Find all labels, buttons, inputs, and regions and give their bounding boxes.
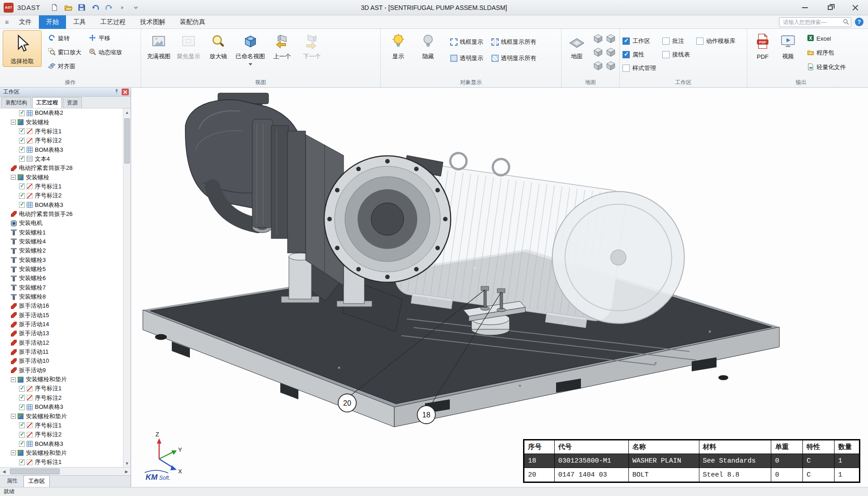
- tree-item[interactable]: 扳手活动16: [0, 301, 123, 310]
- help-button[interactable]: ?: [855, 18, 863, 26]
- properties-checkbox-item[interactable]: 属性: [623, 48, 656, 61]
- view-cube-icon[interactable]: [592, 46, 604, 58]
- tree-expander-icon[interactable]: [11, 120, 16, 125]
- qat-dropdown-icon[interactable]: [132, 3, 141, 12]
- view-cube-icon[interactable]: [592, 32, 604, 45]
- tree-vertical-scrollbar[interactable]: ▲ ▼: [123, 108, 131, 467]
- tree-item[interactable]: 安装电机: [0, 219, 123, 228]
- tree-checkbox[interactable]: [19, 147, 25, 153]
- tree-item[interactable]: 序号标注2: [0, 191, 123, 200]
- wiring-table-checkbox-item[interactable]: 接线表: [662, 48, 690, 61]
- tree-checkbox[interactable]: [19, 404, 25, 410]
- checkbox-icon[interactable]: [696, 37, 703, 45]
- next-view-button[interactable]: 下一个: [297, 30, 327, 61]
- tree-expander-icon[interactable]: [11, 175, 16, 180]
- tree-checkbox[interactable]: [19, 156, 25, 162]
- scroll-up-icon[interactable]: ▲: [123, 108, 131, 116]
- tree-item[interactable]: 安装螺栓2: [0, 246, 123, 255]
- balloon-20[interactable]: 20: [338, 394, 356, 412]
- tree-item[interactable]: 扳手活动14: [0, 320, 123, 329]
- tree-checkbox[interactable]: [19, 386, 25, 392]
- tree-item[interactable]: 安装螺栓和垫片: [0, 375, 123, 384]
- annotation-checkbox-item[interactable]: 批注: [662, 35, 690, 47]
- viewport-3d[interactable]: 20 18 Z Y X: [131, 88, 868, 487]
- tab-file[interactable]: 文件: [12, 15, 39, 29]
- previous-view-button[interactable]: 上一个: [267, 30, 297, 61]
- tree-checkbox[interactable]: [19, 128, 25, 134]
- focus-display-button[interactable]: 聚焦显示: [174, 30, 203, 61]
- view-cube-icon[interactable]: [605, 59, 617, 72]
- redo-icon[interactable]: [104, 3, 113, 12]
- tree-item[interactable]: 安装螺栓3: [0, 256, 123, 265]
- tree-item[interactable]: 扳手活动10: [0, 356, 123, 365]
- export-lightweight-button[interactable]: 轻量化文件: [804, 61, 849, 74]
- tab-assembly-simulation[interactable]: 装配仿真: [173, 15, 212, 29]
- tree-horizontal-scrollbar[interactable]: ◀ ▶: [0, 467, 131, 475]
- tab-workspace[interactable]: 工作区: [24, 475, 50, 487]
- scroll-right-icon[interactable]: ▶: [123, 468, 131, 476]
- tree-checkbox[interactable]: [19, 395, 25, 401]
- save-icon[interactable]: [77, 3, 86, 12]
- tree-item[interactable]: 序号标注1: [0, 182, 123, 191]
- tree-item[interactable]: 序号标注1: [0, 384, 123, 393]
- tree-checkbox[interactable]: [19, 183, 25, 189]
- tree-item[interactable]: 安装螺栓5: [0, 265, 123, 274]
- view-cube-icon[interactable]: [592, 59, 604, 72]
- tab-assembly-structure[interactable]: 装配结构: [1, 97, 31, 108]
- close-button[interactable]: [843, 0, 868, 15]
- tree-item[interactable]: 序号标注2: [0, 430, 123, 439]
- style-manager-checkbox-item[interactable]: 样式管理: [623, 62, 656, 74]
- checkbox-icon[interactable]: [623, 65, 630, 72]
- view-cube-icon[interactable]: [605, 46, 617, 58]
- checkbox-icon[interactable]: [623, 51, 630, 58]
- tree-item[interactable]: BOM表格3: [0, 402, 123, 412]
- checkbox-icon[interactable]: [662, 51, 670, 58]
- rotate-button[interactable]: 旋转: [45, 32, 84, 45]
- fit-view-button[interactable]: 充满视图: [144, 30, 174, 61]
- tree-expander-icon[interactable]: [11, 377, 16, 382]
- undo-icon[interactable]: [91, 3, 100, 12]
- tree-checkbox[interactable]: [19, 138, 25, 144]
- tree-checkbox[interactable]: [19, 193, 25, 199]
- export-package-button[interactable]: 程序包: [804, 47, 849, 59]
- dynamic-zoom-button[interactable]: 动态缩放: [86, 46, 125, 59]
- tab-properties[interactable]: 属性: [2, 475, 23, 487]
- tree-item[interactable]: 安装螺栓4: [0, 237, 123, 246]
- search-box[interactable]: [779, 17, 851, 27]
- open-folder-icon[interactable]: [64, 3, 73, 12]
- pin-icon[interactable]: [114, 89, 119, 96]
- vertical-scroll-thumb[interactable]: [124, 118, 130, 164]
- magnifier-button[interactable]: 放大镜: [203, 30, 233, 61]
- scroll-left-icon[interactable]: ◀: [0, 468, 8, 476]
- tree-item[interactable]: 序号标注2: [0, 393, 123, 402]
- select-pick-button[interactable]: 选择拾取: [3, 30, 42, 67]
- tree-item[interactable]: 安装螺栓和垫片: [0, 449, 123, 458]
- panel-close-icon[interactable]: [122, 89, 129, 95]
- tree-item[interactable]: 安装螺栓和垫片: [0, 412, 123, 421]
- minimize-button[interactable]: [792, 0, 817, 15]
- named-views-dropdown-icon[interactable]: [249, 63, 252, 66]
- align-face-button[interactable]: 对齐面: [45, 60, 84, 73]
- transparent-display-button[interactable]: 透明显示: [448, 52, 486, 65]
- checkbox-icon[interactable]: [623, 37, 630, 45]
- tree-checkbox[interactable]: [19, 202, 25, 208]
- tree-item[interactable]: 安装螺栓6: [0, 274, 123, 283]
- tree-item[interactable]: 扳手活动11: [0, 347, 123, 356]
- tree-item[interactable]: 电动拧紧套筒扳手28: [0, 164, 123, 173]
- tree-checkbox[interactable]: [19, 441, 25, 447]
- pan-button[interactable]: 平移: [86, 32, 125, 45]
- tab-tech-illustration[interactable]: 技术图解: [133, 15, 173, 29]
- balloon-18[interactable]: 18: [417, 406, 435, 424]
- tree-item[interactable]: BOM表格3: [0, 145, 123, 154]
- named-views-button[interactable]: AB 已命名视图: [233, 30, 267, 66]
- view-cube-icon[interactable]: [605, 32, 617, 45]
- tree-item[interactable]: BOM表格3: [0, 439, 123, 448]
- tree-item[interactable]: BOM表格2: [0, 108, 123, 117]
- scroll-down-icon[interactable]: ▼: [123, 459, 131, 467]
- tree-item[interactable]: 安装螺栓1: [0, 228, 123, 237]
- tree-item[interactable]: 文本4: [0, 154, 123, 164]
- tree-item[interactable]: 扳手活动15: [0, 311, 123, 320]
- bom-row[interactable]: 20 0147 1404 03 BOLT Steel 8.8 0 C 1: [524, 468, 859, 482]
- tree-expander-icon[interactable]: [11, 450, 16, 455]
- tab-process[interactable]: 工艺过程: [93, 15, 133, 29]
